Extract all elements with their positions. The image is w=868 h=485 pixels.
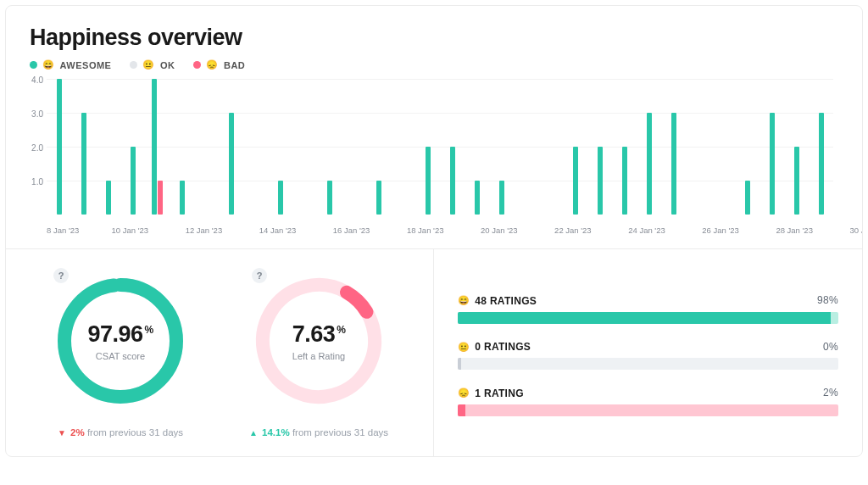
x-tick-label: 10 Jan '23 [112, 226, 149, 235]
x-tick-label: 8 Jan '23 [47, 226, 79, 235]
bar-slot[interactable] [317, 79, 342, 215]
chart-legend: 😄 AWESOME 😐 OK 😞 BAD [30, 59, 838, 70]
rating-row: 😄48 RATINGS98% [458, 294, 838, 324]
bar-slot[interactable] [563, 79, 587, 215]
x-tick-label: 26 Jan '23 [702, 226, 739, 235]
rating-percent: 0% [823, 341, 838, 353]
x-tick-label: 28 Jan '23 [776, 226, 813, 235]
bar-awesome [475, 181, 480, 215]
ratings-breakdown: 😄48 RATINGS98%😐0 RATINGS0%😞1 RATING2% [434, 249, 862, 456]
y-tick-label: 1.0 [25, 177, 43, 187]
bar-slot[interactable] [538, 79, 563, 215]
bar-awesome [770, 113, 775, 215]
legend-dot-bad [193, 61, 201, 69]
bar-slot[interactable] [735, 79, 760, 215]
bar-slot[interactable] [243, 79, 268, 215]
rating-count-label: 0 RATINGS [475, 341, 531, 353]
bar-slot[interactable] [489, 79, 514, 215]
bar-slot[interactable] [219, 79, 243, 215]
bar-slot[interactable] [514, 79, 538, 215]
x-tick-label: 30 Jan '23 [849, 226, 863, 235]
bar-awesome [598, 147, 603, 215]
bar-slot[interactable] [637, 79, 661, 215]
emoji-awesome-icon: 😄 [42, 59, 55, 70]
bar-awesome [229, 113, 234, 215]
bar-slot[interactable] [391, 79, 415, 215]
legend-item-bad[interactable]: 😞 BAD [193, 59, 245, 70]
bar-awesome [819, 113, 824, 215]
rating-count-label: 1 RATING [475, 387, 524, 399]
rating-bar [458, 404, 838, 416]
rating-bar [458, 358, 838, 370]
rating-bar [458, 312, 838, 324]
bar-slot[interactable] [145, 79, 170, 215]
bar-awesome [622, 147, 627, 215]
bar-slot[interactable] [47, 79, 71, 215]
bar-slot[interactable] [342, 79, 366, 215]
y-tick-label: 3.0 [25, 109, 43, 119]
happiness-card: Happiness overview 😄 AWESOME 😐 OK 😞 BAD … [5, 5, 863, 457]
bar-slot[interactable] [661, 79, 686, 215]
bar-awesome [794, 147, 799, 215]
rating-label: Left a Rating [292, 351, 345, 361]
legend-label-bad: BAD [224, 60, 245, 70]
bar-awesome [647, 113, 652, 215]
bar-awesome [131, 147, 136, 215]
bar-awesome [81, 113, 86, 215]
legend-item-awesome[interactable]: 😄 AWESOME [30, 59, 111, 70]
bar-slot[interactable] [194, 79, 219, 215]
rating-percent: 98% [817, 294, 838, 306]
x-tick-label: 16 Jan '23 [333, 226, 370, 235]
bar-awesome [106, 181, 111, 215]
bar-slot[interactable] [366, 79, 391, 215]
bar-awesome [573, 147, 578, 215]
bar-slot[interactable] [760, 79, 784, 215]
bar-slot[interactable] [292, 79, 317, 215]
legend-item-ok[interactable]: 😐 OK [130, 59, 175, 70]
bar-slot[interactable] [71, 79, 96, 215]
bar-slot[interactable] [268, 79, 292, 215]
bar-slot[interactable] [612, 79, 637, 215]
bar-awesome [745, 181, 750, 215]
bar-slot[interactable] [809, 79, 833, 215]
bar-slot[interactable] [120, 79, 145, 215]
rating-emoji-icon: 😞 [458, 387, 470, 399]
bar-awesome [152, 79, 157, 215]
bar-awesome [180, 181, 185, 215]
summary-section: ? 97.96% CSAT score ▼ 2% [6, 248, 862, 456]
rating-emoji-icon: 😄 [458, 295, 470, 306]
bar-slot[interactable] [96, 79, 120, 215]
x-tick-label: 22 Jan '23 [554, 226, 592, 235]
arrow-down-icon: ▼ [58, 428, 66, 438]
x-tick-label: 20 Jan '23 [481, 226, 518, 235]
x-tick-label: 14 Jan '23 [259, 226, 297, 235]
bar-awesome [499, 181, 504, 215]
bar-slot[interactable] [440, 79, 465, 215]
rating-ring: 7.63% Left a Rating [251, 273, 387, 409]
bar-slot[interactable] [587, 79, 612, 215]
x-tick-label: 18 Jan '23 [407, 226, 444, 235]
rating-row: 😞1 RATING2% [458, 387, 838, 416]
csat-delta: ▼ 2% from previous 31 days [58, 427, 183, 438]
legend-label-awesome: AWESOME [60, 60, 112, 70]
csat-value: 97.96% [87, 321, 153, 348]
bar-slot[interactable] [465, 79, 489, 215]
legend-label-ok: OK [160, 60, 175, 70]
rating-percent: 2% [823, 387, 838, 399]
happiness-bar-chart[interactable]: 1.02.03.04.0 8 Jan '239 Jan '2310 Jan '2… [25, 79, 838, 240]
rating-emoji-icon: 😐 [458, 342, 470, 353]
y-tick-label: 2.0 [25, 143, 43, 153]
chart-section: Happiness overview 😄 AWESOME 😐 OK 😞 BAD … [6, 6, 862, 248]
rating-count-label: 48 RATINGS [475, 295, 537, 307]
bar-slot[interactable] [170, 79, 194, 215]
legend-dot-awesome [30, 61, 37, 69]
bar-slot[interactable] [710, 79, 735, 215]
bar-awesome [278, 181, 283, 215]
bar-slot[interactable] [415, 79, 440, 215]
bar-awesome [57, 79, 62, 215]
csat-ring: 97.96% CSAT score [53, 273, 188, 409]
bar-slot[interactable] [784, 79, 809, 215]
csat-gauge: ? 97.96% CSAT score ▼ 2% [21, 273, 220, 438]
bar-slot[interactable] [686, 79, 710, 215]
arrow-up-icon: ▲ [249, 428, 258, 438]
